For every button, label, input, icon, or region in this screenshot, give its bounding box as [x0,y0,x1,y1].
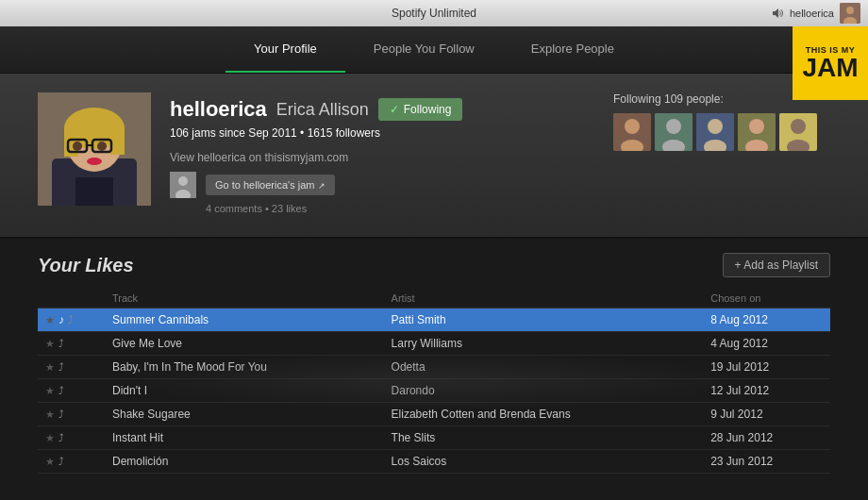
share-icon[interactable]: ⤴ [58,432,64,443]
title-bar-controls: helloerica [771,0,868,26]
col-chosen: Chosen on [703,289,830,308]
track-artist[interactable]: The Slits [384,426,704,450]
follow-avatar-5[interactable] [779,113,817,151]
external-link-icon: ↗ [318,181,326,191]
col-artist: Artist [384,289,704,308]
track-artist[interactable]: Los Saicos [384,450,704,474]
main-content: Your Likes + Add as Playlist Track Artis… [0,239,868,488]
row-controls: ★ ⤴ [38,403,105,426]
track-artist[interactable]: Larry Williams [384,332,704,356]
share-icon[interactable]: ⤴ [58,385,64,396]
following-people-label: Following 109 people: [613,92,724,106]
track-artist[interactable]: Darondo [384,379,704,403]
star-icon[interactable]: ★ [45,456,55,468]
table-row[interactable]: ★ ⤴ Shake SugareeElizabeth Cotten and Br… [38,403,830,426]
star-icon[interactable]: ★ [45,314,55,326]
go-to-jam-button[interactable]: Go to helloerica's jam ↗ [206,175,335,195]
track-table-header: Track Artist Chosen on [38,289,830,308]
svg-point-20 [625,119,640,134]
track-name[interactable]: Instant Hit [105,426,384,450]
add-playlist-label: + Add as Playlist [735,258,818,272]
share-icon[interactable]: ⤴ [58,456,64,467]
row-controls: ★ ⤴ [38,379,105,403]
share-icon[interactable]: ⤴ [68,314,74,325]
svg-point-1 [846,7,854,14]
track-list: ★ ♪ ⤴ Summer CannibalsPatti Smith8 Aug 2… [38,308,830,474]
table-spotlight: Track Artist Chosen on ★ ♪ ⤴ Summer Cann… [38,289,830,474]
svg-point-32 [791,119,806,134]
track-name[interactable]: Summer Cannibals [105,308,384,332]
star-icon[interactable]: ★ [45,408,55,421]
follow-avatar-2[interactable] [655,113,693,151]
app-title: Spotify Unlimited [392,7,476,20]
svg-point-29 [749,119,764,134]
title-bar-avatar [840,3,860,24]
col-controls [38,289,105,308]
following-avatars [613,113,817,151]
svg-point-23 [666,119,681,134]
track-name[interactable]: Baby, I'm In The Mood For You [105,356,384,379]
follow-avatar-1[interactable] [613,113,651,151]
profile-username: helloerica [170,97,267,122]
row-controls: ★ ♪ ⤴ [38,308,105,332]
row-controls: ★ ⤴ [38,356,105,379]
nav-tabs: Your Profile People You Follow Explore P… [0,26,868,73]
track-chosen-date: 28 Jun 2012 [703,426,830,450]
svg-point-26 [708,119,723,134]
following-button[interactable]: ✓ Following [378,98,463,121]
go-to-jam-label: Go to helloerica's jam [215,179,314,191]
track-name[interactable]: Didn't I [105,379,384,403]
title-bar-user: helloerica [771,3,860,24]
col-track: Track [105,289,384,308]
table-row[interactable]: ★ ♪ ⤴ Summer CannibalsPatti Smith8 Aug 2… [38,308,830,332]
table-row[interactable]: ★ ⤴ Baby, I'm In The Mood For YouOdetta1… [38,356,830,379]
tab-your-profile[interactable]: Your Profile [225,26,345,73]
share-icon[interactable]: ⤴ [58,361,64,373]
your-likes-title: Your Likes [38,255,134,276]
svg-point-17 [178,176,188,186]
jam-small-avatar [170,172,196,198]
table-row[interactable]: ★ ⤴ Instant HitThe Slits28 Jun 2012 [38,426,830,450]
profile-name-row: helloerica Erica Allison ✓ Following [170,97,594,122]
track-name[interactable]: Demolición [105,450,384,474]
following-label: Following [404,103,452,116]
row-controls: ★ ⤴ [38,426,105,450]
title-bar: Spotify Unlimited helloerica [0,0,868,26]
track-artist[interactable]: Elizabeth Cotten and Brenda Evans [384,403,704,426]
table-row[interactable]: ★ ⤴ DemoliciónLos Saicos23 Jun 2012 [38,450,830,474]
profile-area: helloerica Erica Allison ✓ Following 106… [0,74,868,239]
share-icon[interactable]: ⤴ [58,338,64,349]
jam-meta: 4 comments • 23 likes [206,203,594,214]
svg-point-14 [87,158,102,165]
tab-people-you-follow[interactable]: People You Follow [345,26,503,73]
track-name[interactable]: Give Me Love [105,332,384,356]
star-icon[interactable]: ★ [45,432,55,444]
profile-info: helloerica Erica Allison ✓ Following 106… [170,92,594,214]
view-on-jam: View helloerica on thisismyjam.com [170,151,594,164]
table-row[interactable]: ★ ⤴ Give Me LoveLarry Williams4 Aug 2012 [38,332,830,356]
table-row[interactable]: ★ ⤴ Didn't IDarondo12 Jul 2012 [38,379,830,403]
add-playlist-button[interactable]: + Add as Playlist [723,253,830,277]
svg-rect-15 [75,177,113,206]
speaker-title-icon [771,7,784,20]
star-icon[interactable]: ★ [45,385,55,397]
checkmark-icon: ✓ [390,103,399,116]
track-artist[interactable]: Patti Smith [384,308,704,332]
profile-photo [38,92,151,206]
profile-realname: Erica Allison [276,100,369,120]
svg-rect-8 [110,128,125,155]
row-controls: ★ ⤴ [38,332,105,356]
view-on-label: View helloerica on thisismyjam.com [170,151,348,164]
share-icon[interactable]: ⤴ [58,408,64,420]
tab-explore-people[interactable]: Explore People [503,26,643,73]
star-icon[interactable]: ★ [45,338,55,350]
this-is-my-jam-badge[interactable]: THIS IS MY JAM [793,26,868,100]
follow-avatar-4[interactable] [738,113,776,151]
star-icon[interactable]: ★ [45,361,55,374]
username-label: helloerica [790,8,834,19]
track-chosen-date: 12 Jul 2012 [703,379,830,403]
jam-button-row: Go to helloerica's jam ↗ [170,172,594,198]
follow-avatar-3[interactable] [696,113,734,151]
track-name[interactable]: Shake Sugaree [105,403,384,426]
track-artist[interactable]: Odetta [384,356,704,379]
